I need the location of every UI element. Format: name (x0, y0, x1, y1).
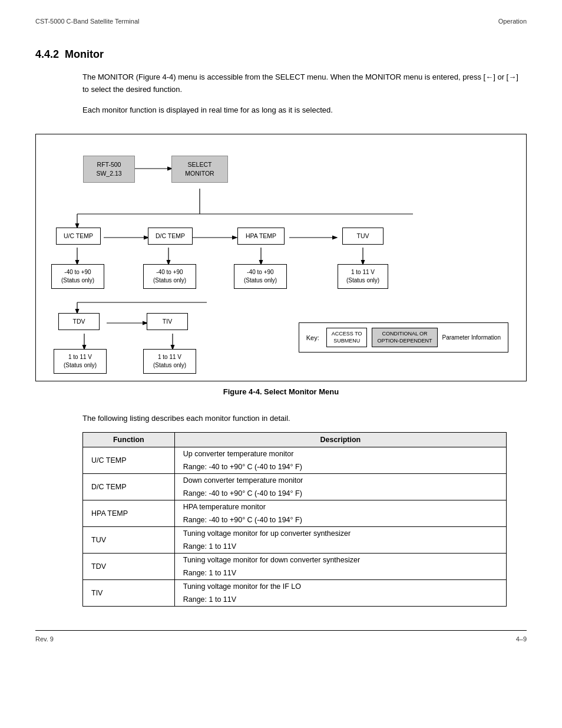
footer-right: 4–9 (516, 635, 527, 643)
tuv-box: TUV (342, 228, 384, 245)
select-monitor-box: SELECT MONITOR (171, 156, 228, 182)
table-row: TIVTuning voltage monitor for the IF LO (83, 580, 507, 594)
page-footer: Rev. 9 4–9 (35, 630, 527, 643)
table-row: HPA TEMPHPA temperature monitor (83, 500, 507, 514)
figure-caption: Figure 4-4. Select Monitor Menu (35, 387, 527, 396)
page: CST-5000 C-Band Satellite Terminal Opera… (0, 0, 562, 728)
key-box: Key: ACCESS TO SUBMENU CONDITIONAL OR OP… (299, 322, 508, 353)
hpa-temp-box: HPA TEMP (237, 228, 285, 245)
table-row: TDVTuning voltage monitor for down conve… (83, 554, 507, 567)
description-text: The following listing describes each mon… (82, 414, 527, 423)
paragraph-1: The MONITOR (Figure 4-4) menu is accessi… (82, 71, 527, 96)
table-row: D/C TEMPDown converter temperature monit… (83, 474, 507, 487)
paragraph-2: Each monitor function is displayed in re… (82, 104, 527, 117)
table-header-description: Description (174, 433, 506, 447)
dc-temp-box: D/C TEMP (148, 228, 193, 245)
page-header: CST-5000 C-Band Satellite Terminal Opera… (35, 18, 527, 25)
table-row: U/C TEMPUp converter temperature monitor (83, 447, 507, 461)
uc-sub-box: -40 to +90 (Status only) (51, 264, 104, 289)
function-table: Function Description U/C TEMPUp converte… (82, 432, 507, 607)
dc-sub-box: -40 to +90 (Status only) (143, 264, 196, 289)
hpa-sub-box: -40 to +90 (Status only) (234, 264, 287, 289)
key-access-box: ACCESS TO SUBMENU (326, 328, 368, 347)
tuv-sub-box: 1 to 11 V (Status only) (338, 264, 388, 289)
header-right: Operation (498, 18, 527, 25)
section-title: 4.4.2 Monitor (35, 48, 527, 61)
key-conditional-box: CONDITIONAL OR OPTION-DEPENDENT (372, 328, 437, 347)
footer-left: Rev. 9 (35, 635, 54, 643)
rft500-box: RFT-500 SW_2.13 (83, 156, 135, 182)
tdv-sub-box: 1 to 11 V (Status only) (54, 349, 107, 374)
flowchart: RFT-500 SW_2.13 SELECT MONITOR U/C TEMP … (48, 146, 514, 358)
diagram-container: RFT-500 SW_2.13 SELECT MONITOR U/C TEMP … (35, 134, 527, 381)
uc-temp-box: U/C TEMP (56, 228, 101, 245)
tdv-box: TDV (58, 313, 100, 330)
tiv-sub-box: 1 to 11 V (Status only) (143, 349, 196, 374)
tiv-box: TIV (147, 313, 188, 330)
header-left: CST-5000 C-Band Satellite Terminal (35, 18, 140, 25)
table-row: TUVTuning voltage monitor for up convert… (83, 527, 507, 541)
key-param-label: Parameter Information (442, 334, 501, 341)
table-header-function: Function (83, 433, 175, 447)
key-label: Key: (306, 334, 319, 341)
